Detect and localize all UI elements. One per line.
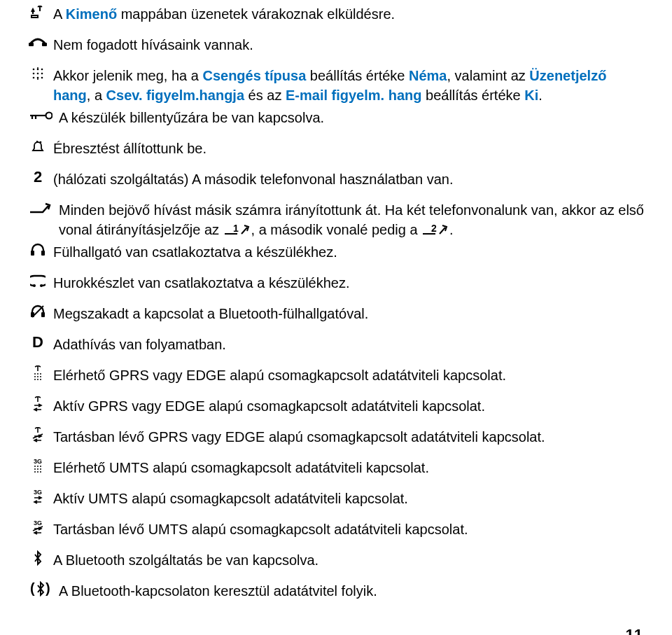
headset-icon (27, 242, 49, 258)
indicator-umts-available: 3G Elérhető UMTS alapú csomagkapcsolt ad… (27, 458, 645, 477)
missed-call-icon (27, 35, 49, 50)
svg-point-8 (33, 77, 35, 79)
indicator-text: Elérhető GPRS vagy EDGE alapú csomagkapc… (53, 365, 645, 385)
indicator-umts-hold: 3G Tartásban lévő UMTS alapú csomagkapcs… (27, 519, 645, 539)
svg-point-10 (41, 77, 43, 79)
indicator-text: Hurokkészlet van csatlakoztatva a készül… (53, 273, 645, 293)
divert-line2-icon: 2 (421, 223, 449, 236)
svg-point-17 (33, 284, 36, 287)
svg-point-36 (40, 468, 41, 470)
svg-point-25 (37, 376, 38, 377)
gprs-hold-icon (27, 427, 49, 442)
svg-point-27 (34, 379, 36, 380)
svg-point-33 (40, 466, 41, 467)
indicator-alarm: Ébresztést állítottunk be. (27, 139, 645, 158)
indicator-missed-call: Nem fogadott hívásaink vannak. (27, 35, 645, 55)
svg-point-11 (46, 113, 52, 119)
svg-text:2: 2 (431, 224, 437, 234)
datacall-icon: D (27, 335, 49, 350)
indicator-text: Adathívás van folyamatban. (53, 335, 645, 354)
indicator-text: Ébresztést állítottunk be. (53, 139, 645, 158)
silent-icon (27, 66, 49, 81)
svg-text:1: 1 (233, 224, 239, 234)
indicator-datacall: D Adathívás van folyamatban. (27, 335, 645, 354)
indicator-headset: Fülhallgató van csatlakoztatva a készülé… (27, 242, 645, 262)
indicator-gprs-available: Elérhető GPRS vagy EDGE alapú csomagkapc… (27, 365, 645, 385)
indicator-bluetooth-transfer: () A Bluetooth-kapcsolaton keresztül ada… (27, 581, 645, 601)
indicator-gprs-active: Aktív GPRS vagy EDGE alapú csomagkapcsol… (27, 396, 645, 416)
indicator-text: Tartásban lévő GPRS vagy EDGE alapú csom… (53, 427, 645, 447)
alarm-icon (27, 139, 49, 154)
svg-point-26 (40, 376, 41, 377)
svg-point-28 (37, 379, 38, 380)
svg-text:3G: 3G (34, 489, 42, 496)
indicator-text: Aktív GPRS vagy EDGE alapú csomagkapcsol… (53, 396, 645, 416)
indicator-text: Megszakadt a kapcsolat a Bluetooth-fülha… (53, 304, 645, 323)
indicator-text: Fülhallgató van csatlakoztatva a készülé… (53, 242, 645, 262)
bluetooth-icon (27, 550, 49, 566)
svg-point-4 (41, 69, 43, 71)
indicator-umts-active: 3G Aktív UMTS alapú csomagkapcsolt adatá… (27, 489, 645, 508)
indicator-bluetooth: A Bluetooth szolgáltatás be van kapcsolv… (27, 550, 645, 570)
divert-icon (27, 200, 55, 216)
indicator-text: Aktív UMTS alapú csomagkapcsolt adatátvi… (53, 489, 645, 508)
bt-headset-lost-icon (27, 304, 49, 319)
indicator-text: Minden bejövő hívást másik számra irányí… (59, 200, 645, 239)
indicator-text: Akkor jelenik meg, ha a Csengés típusa b… (53, 66, 645, 105)
umts-active-icon: 3G (27, 489, 49, 504)
svg-point-2 (33, 69, 35, 71)
svg-rect-20 (41, 312, 45, 317)
svg-point-6 (37, 73, 39, 75)
svg-rect-1 (42, 43, 47, 46)
indicator-bt-headset-lost: Megszakadt a kapcsolat a Bluetooth-fülha… (27, 304, 645, 323)
indicator-text: A Bluetooth szolgáltatás be van kapcsolv… (53, 550, 645, 570)
svg-point-37 (34, 471, 36, 473)
page-number: 11 (27, 612, 645, 635)
manual-page: A Kimenő mappában üzenetek várakoznak el… (0, 0, 672, 635)
gprs-active-icon (27, 396, 49, 412)
svg-text:(: ( (30, 581, 35, 596)
indicator-text: (hálózati szolgáltatás) A második telefo… (53, 169, 645, 189)
svg-point-38 (37, 471, 38, 473)
indicator-text: A Kimenő mappában üzenetek várakoznak el… (53, 4, 645, 24)
loopset-icon (27, 273, 49, 288)
svg-point-39 (40, 471, 41, 473)
keylock-icon (27, 108, 55, 123)
svg-rect-15 (31, 251, 34, 256)
indicator-text: Elérhető UMTS alapú csomagkapcsolt adatá… (53, 458, 645, 477)
indicator-text: Tartásban lévő UMTS alapú csomagkapcsolt… (53, 519, 645, 539)
umts-available-icon: 3G (27, 458, 49, 473)
indicator-text: A Bluetooth-kapcsolaton keresztül adatát… (59, 581, 645, 601)
indicator-gprs-hold: Tartásban lévő GPRS vagy EDGE alapú csom… (27, 427, 645, 447)
divert-line1-icon: 1 (223, 223, 251, 236)
svg-point-21 (34, 373, 36, 375)
svg-point-5 (33, 73, 35, 75)
svg-point-34 (34, 468, 36, 470)
svg-point-7 (41, 73, 43, 75)
svg-point-31 (34, 466, 36, 467)
umts-hold-icon: 3G (27, 519, 49, 535)
indicator-divert: Minden bejövő hívást másik számra irányí… (27, 200, 645, 239)
indicator-outbox: A Kimenő mappában üzenetek várakoznak el… (27, 4, 645, 24)
svg-text:): ) (46, 581, 50, 596)
svg-point-23 (40, 373, 41, 375)
indicator-silent: Akkor jelenik meg, ha a Csengés típusa b… (27, 66, 645, 105)
svg-point-18 (40, 284, 43, 287)
svg-rect-16 (41, 251, 45, 256)
svg-point-12 (40, 141, 42, 144)
svg-point-35 (37, 468, 38, 470)
svg-point-22 (37, 373, 38, 375)
indicator-loopset: Hurokkészlet van csatlakoztatva a készül… (27, 273, 645, 293)
bluetooth-transfer-icon: () (27, 581, 55, 596)
svg-point-29 (40, 379, 41, 380)
indicator-text: A készülék billentyűzára be van kapcsolv… (59, 108, 645, 127)
svg-text:3G: 3G (34, 458, 42, 465)
gprs-available-icon (27, 365, 49, 381)
svg-point-24 (34, 376, 36, 377)
svg-rect-0 (29, 43, 34, 46)
indicator-keylock: A készülék billentyűzára be van kapcsolv… (27, 108, 645, 127)
indicator-line2: 2 (hálózati szolgáltatás) A második tele… (27, 169, 645, 189)
svg-point-32 (37, 466, 38, 467)
outbox-icon (27, 4, 49, 20)
indicator-text: Nem fogadott hívásaink vannak. (53, 35, 645, 55)
